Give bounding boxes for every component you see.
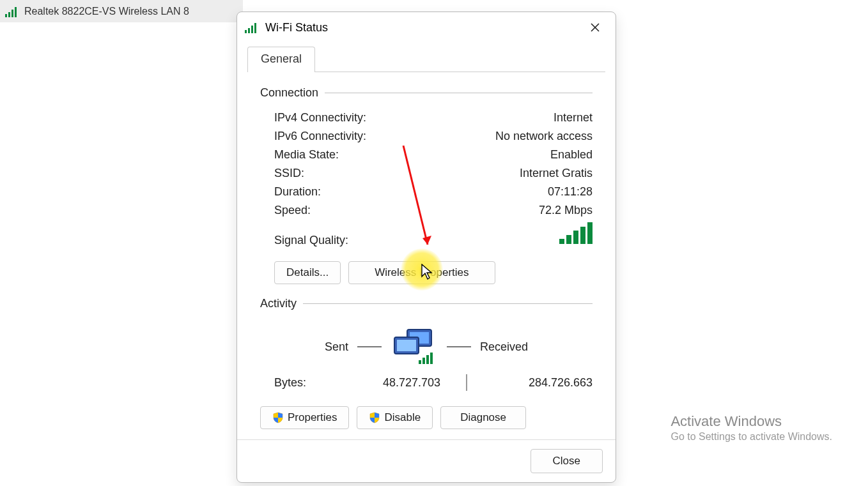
- dash-icon: [447, 346, 471, 347]
- dialog-body: Connection IPv4 Connectivity: Internet I…: [237, 72, 616, 439]
- duration-label: Duration:: [274, 185, 321, 199]
- divider-line: [303, 303, 593, 304]
- media-value: Enabled: [550, 148, 593, 162]
- group-activity-label: Activity: [260, 297, 303, 310]
- group-connection-label: Connection: [260, 86, 325, 100]
- svg-rect-13: [580, 227, 585, 244]
- wifi-status-dialog: Wi-Fi Status General Connection IPv4 Con…: [236, 11, 616, 483]
- ipv6-label: IPv6 Connectivity:: [274, 130, 366, 143]
- row-ipv6: IPv6 Connectivity: No network access: [260, 127, 593, 146]
- ssid-value: Internet Gratis: [520, 167, 593, 180]
- shield-icon: [369, 412, 380, 423]
- signal-label: Signal Quality:: [274, 234, 348, 247]
- row-signal: Signal Quality:: [260, 220, 593, 250]
- diagnose-button[interactable]: Diagnose: [440, 406, 526, 429]
- speed-label: Speed:: [274, 204, 311, 217]
- disable-button[interactable]: Disable: [357, 406, 433, 429]
- svg-rect-4: [245, 30, 247, 33]
- signal-icon: [245, 22, 259, 33]
- ipv4-value: Internet: [554, 111, 593, 125]
- adapter-name: Realtek 8822CE-VS Wireless LAN 8: [24, 6, 189, 17]
- svg-rect-1: [8, 12, 10, 17]
- svg-rect-7: [254, 23, 256, 33]
- svg-rect-22: [430, 353, 433, 364]
- vertical-divider: [466, 374, 467, 391]
- svg-rect-18: [397, 340, 416, 351]
- signal-bars-icon: [559, 222, 593, 244]
- row-duration: Duration: 07:11:28: [260, 183, 593, 201]
- bytes-row: Bytes: 48.727.703 284.726.663: [260, 368, 593, 391]
- svg-rect-11: [566, 235, 571, 244]
- svg-rect-21: [426, 355, 429, 364]
- dash-icon: [357, 346, 382, 347]
- signal-icon: [5, 6, 19, 17]
- watermark-line2: Go to Settings to activate Windows.: [670, 431, 832, 443]
- svg-rect-20: [422, 358, 425, 364]
- dialog-footer: Close: [237, 439, 616, 482]
- ipv6-value: No network access: [495, 130, 593, 143]
- action-buttons: Properties Disable Diagnose: [260, 391, 593, 429]
- svg-rect-19: [419, 360, 421, 364]
- details-button[interactable]: Details...: [274, 261, 341, 284]
- connection-buttons: Details... Wireless Properties: [260, 250, 593, 289]
- bytes-sent-value: 48.727.703: [351, 376, 440, 390]
- bytes-label: Bytes:: [274, 376, 351, 390]
- activity-row: Sent Received: [260, 319, 593, 368]
- divider-line: [325, 93, 593, 93]
- disable-label: Disable: [384, 411, 421, 424]
- row-speed: Speed: 72.2 Mbps: [260, 201, 593, 220]
- monitors-icon: [391, 328, 438, 365]
- svg-rect-0: [5, 14, 7, 17]
- svg-rect-6: [251, 26, 253, 33]
- svg-rect-3: [15, 7, 17, 17]
- row-ssid: SSID: Internet Gratis: [260, 164, 593, 183]
- watermark-line1: Activate Windows: [670, 413, 832, 430]
- close-button[interactable]: [582, 18, 608, 37]
- properties-button[interactable]: Properties: [260, 406, 349, 429]
- speed-value: 72.2 Mbps: [539, 204, 593, 217]
- ssid-label: SSID:: [274, 167, 304, 180]
- tabstrip: General: [237, 47, 616, 72]
- signal-value: [559, 222, 593, 247]
- tab-general[interactable]: General: [247, 47, 315, 72]
- close-icon: [590, 22, 600, 33]
- dialog-title: Wi-Fi Status: [265, 21, 582, 34]
- svg-rect-2: [12, 10, 13, 17]
- svg-rect-5: [248, 28, 250, 33]
- sent-label: Sent: [325, 340, 348, 354]
- row-ipv4: IPv4 Connectivity: Internet: [260, 109, 593, 127]
- row-media: Media State: Enabled: [260, 146, 593, 164]
- received-label: Received: [480, 340, 528, 354]
- svg-rect-12: [573, 231, 578, 244]
- network-adapter-row[interactable]: Realtek 8822CE-VS Wireless LAN 8: [0, 0, 243, 22]
- group-connection: Connection: [260, 86, 593, 100]
- wireless-properties-button[interactable]: Wireless Properties: [348, 261, 495, 284]
- shield-icon: [272, 412, 284, 423]
- bytes-received-value: 284.726.663: [493, 376, 593, 390]
- media-label: Media State:: [274, 148, 339, 162]
- properties-label: Properties: [288, 411, 337, 424]
- duration-value: 07:11:28: [548, 185, 593, 199]
- activate-windows-watermark: Activate Windows Go to Settings to activ…: [670, 413, 832, 443]
- svg-rect-10: [559, 239, 564, 244]
- group-activity: Activity: [260, 297, 593, 310]
- dialog-titlebar: Wi-Fi Status: [237, 12, 616, 43]
- svg-rect-14: [587, 222, 593, 244]
- ipv4-label: IPv4 Connectivity:: [274, 111, 366, 125]
- close-dialog-button[interactable]: Close: [531, 449, 603, 473]
